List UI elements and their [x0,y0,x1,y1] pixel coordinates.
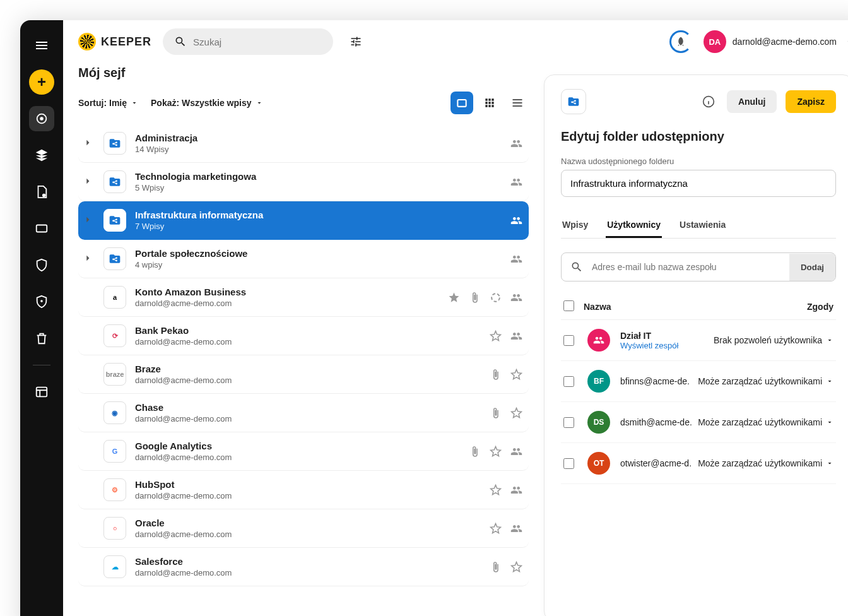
member-checkbox[interactable] [563,458,574,469]
entry-row[interactable]: ⚙ HubSpot darnold@acme-demo.com [78,471,529,509]
folder-name-label: Nazwa udostępnionego folderu [561,157,836,166]
share-icon[interactable] [510,446,522,458]
nav-breachwatch[interactable] [29,289,54,314]
save-button[interactable]: Zapisz [786,90,836,113]
show-dropdown[interactable]: Pokaż: Wszystkie wpisy [151,98,263,108]
member-checkbox[interactable] [563,417,574,428]
filter-button[interactable] [344,30,367,53]
entry-name: Salesforce [135,556,232,567]
share-icon[interactable] [510,292,522,304]
entry-icon: ○ [103,517,126,540]
tab-settings[interactable]: Ustawienia [678,213,727,238]
entry-sub: darnold@acme-demo.com [135,453,232,462]
ring-icon[interactable] [490,292,502,304]
folder-row[interactable]: Infrastruktura informatyczna 7 Wpisy [78,201,529,240]
user-menu[interactable]: DA darnold@acme-demo.com [704,30,848,53]
star-icon[interactable] [490,484,502,496]
entry-row[interactable]: ◉ Chase darnold@acme-demo.com [78,394,529,432]
view-list-button[interactable] [506,92,529,114]
entry-name: Chase [135,402,232,413]
attach-icon[interactable] [490,407,502,419]
add-user-button[interactable]: Dodaj [789,254,835,281]
view-grid-button[interactable] [478,92,501,114]
nav-vault[interactable] [29,106,54,131]
add-user-input[interactable] [592,253,789,281]
chevron-down-icon [131,99,138,107]
folder-row[interactable]: Administracja 14 Wpisy [78,124,529,163]
nav-layout[interactable] [29,379,54,405]
member-checkbox[interactable] [563,335,574,346]
expand-icon[interactable] [81,252,95,266]
info-button[interactable] [699,92,718,111]
nav-files[interactable] [29,179,54,204]
nav-security[interactable] [29,252,54,278]
page-title: Mój sejf [78,66,529,80]
nav-cards[interactable] [29,216,54,241]
attach-icon[interactable] [490,369,502,381]
entry-row[interactable]: a Konto Amazon Business darnold@acme-dem… [78,278,529,317]
entry-row[interactable]: braze Braze darnold@acme-demo.com [78,355,529,394]
entry-row[interactable]: G Google Analytics darnold@acme-demo.com [78,432,529,471]
star-icon[interactable] [490,330,502,342]
permission-dropdown[interactable]: Może zarządzać użytkownikami [698,417,833,427]
brand-mark-icon [78,33,96,50]
permission-dropdown[interactable]: Może zarządzać użytkownikami [698,376,833,386]
share-icon[interactable] [510,484,522,496]
star-icon[interactable] [490,523,502,535]
attach-icon[interactable] [469,292,481,304]
folder-name: Technologia marketingowa [135,171,256,182]
member-avatar: BF [587,370,610,393]
share-icon[interactable] [510,523,522,535]
attach-icon[interactable] [490,561,502,573]
folder-row[interactable]: Technologia marketingowa 5 Wpisy [78,163,529,201]
entry-sub: darnold@acme-demo.com [135,491,232,500]
star-icon[interactable] [490,446,502,458]
star-icon[interactable] [510,561,522,573]
nav-stack[interactable] [29,143,54,168]
onboarding-button[interactable] [669,30,692,53]
member-name: Dział IT [620,331,710,341]
entry-icon: ◉ [103,401,126,424]
search-icon [562,261,592,273]
add-button[interactable]: + [29,69,54,95]
select-all-checkbox[interactable] [563,300,574,311]
view-team-link[interactable]: Wyświetl zespół [620,341,710,350]
expand-icon[interactable] [81,136,95,151]
shared-folder-icon [103,209,126,232]
search-input[interactable] [193,37,322,47]
expand-icon[interactable] [81,175,95,189]
member-checkbox[interactable] [563,376,574,387]
folder-row[interactable]: Portale społecznościowe 4 wpisy [78,240,529,278]
star-icon[interactable] [510,369,522,381]
share-icon[interactable] [510,330,522,342]
entry-row[interactable]: ☁ Salesforce darnold@acme-demo.com [78,548,529,586]
member-row: BF bfinns@acme-de. Może zarządzać użytko… [561,361,836,402]
star-filled-icon[interactable] [448,292,460,304]
entry-icon: a [103,286,126,309]
chevron-down-icon [826,377,833,385]
tab-users[interactable]: Użytkownicy [606,213,662,238]
cancel-button[interactable]: Anuluj [727,90,777,113]
shared-folder-icon [103,132,126,155]
sort-dropdown[interactable]: Sortuj: Imię [78,98,138,108]
entry-row[interactable]: ○ Oracle darnold@acme-demo.com [78,509,529,548]
menu-button[interactable] [29,33,54,58]
topbar: KEEPER DA darnold@acme-demo.com [63,20,848,63]
view-folder-button[interactable] [450,92,473,114]
shared-folder-icon [103,247,126,270]
tab-entries[interactable]: Wpisy [561,213,589,238]
member-avatar: DS [587,411,610,434]
star-icon[interactable] [510,407,522,419]
shared-folder-icon [103,170,126,193]
nav-trash[interactable] [29,326,54,351]
expand-icon[interactable] [81,213,95,228]
shared-icon [510,138,522,150]
folder-name-input[interactable] [561,170,836,197]
entry-row[interactable]: ⟳ Bank Pekao darnold@acme-demo.com [78,317,529,355]
brand-logo: KEEPER [78,33,151,50]
permission-dropdown[interactable]: Może zarządzać użytkownikami [698,458,833,468]
member-row: Dział ITWyświetl zespół Brak pozwoleń uż… [561,320,836,361]
attach-icon[interactable] [469,446,481,458]
permission-dropdown[interactable]: Brak pozwoleń użytkownika [714,335,833,345]
search-box[interactable] [163,28,333,55]
